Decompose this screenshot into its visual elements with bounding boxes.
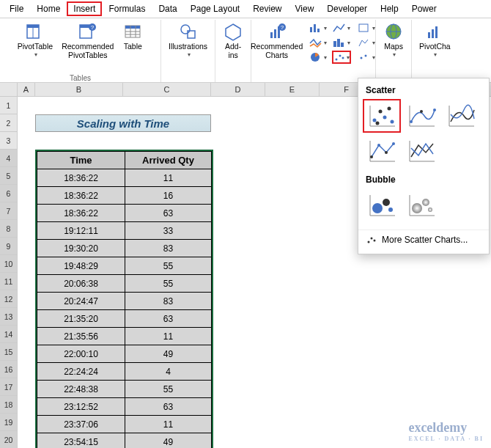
- scatter-smooth-option[interactable]: [442, 99, 480, 133]
- select-all-corner[interactable]: [0, 83, 18, 96]
- table-cell[interactable]: 83: [125, 240, 212, 257]
- bubble-3d-option[interactable]: [402, 188, 440, 222]
- menu-item-review[interactable]: Review: [246, 1, 288, 16]
- map-chart-icon[interactable]: ▾: [357, 21, 376, 34]
- menu-item-help[interactable]: Help: [374, 1, 405, 16]
- addins-button[interactable]: Add- ins: [220, 20, 246, 61]
- scatter-only-option[interactable]: [363, 99, 401, 133]
- row-header-12[interactable]: 12: [0, 290, 18, 308]
- combo-chart-icon[interactable]: ▾: [357, 51, 376, 64]
- col-header-C[interactable]: C: [123, 83, 211, 96]
- table-cell[interactable]: 55: [125, 275, 212, 293]
- svg-rect-17: [274, 29, 276, 38]
- col-header-A[interactable]: A: [18, 83, 35, 96]
- row-header-5[interactable]: 5: [0, 167, 18, 185]
- menu-item-insert[interactable]: Insert: [67, 1, 102, 16]
- row-header-13[interactable]: 13: [0, 308, 18, 326]
- table-cell[interactable]: 49: [125, 433, 212, 449]
- table-cell[interactable]: 22:48:38: [37, 381, 125, 398]
- line2-chart-icon[interactable]: ▾: [309, 36, 328, 49]
- menu-item-file[interactable]: File: [3, 1, 30, 16]
- table-cell[interactable]: 18:36:22: [37, 169, 125, 187]
- menu-item-home[interactable]: Home: [30, 1, 67, 16]
- table-cell[interactable]: 83: [125, 293, 212, 310]
- scatter-smooth-lines-option[interactable]: [402, 99, 440, 133]
- table-row: 23:12:5263: [37, 398, 212, 416]
- row-header-17[interactable]: 17: [0, 378, 18, 396]
- table-cell[interactable]: 49: [125, 345, 212, 363]
- recommended-charts-button[interactable]: ? Recommended Charts: [248, 20, 306, 65]
- row-header-19[interactable]: 19: [0, 414, 18, 431]
- table-cell[interactable]: 23:12:52: [37, 398, 125, 416]
- table-cell[interactable]: 19:12:11: [37, 222, 125, 240]
- pivotchart-button[interactable]: PivotCha ▾: [416, 20, 454, 59]
- table-cell[interactable]: 11: [125, 328, 212, 345]
- row-header-9[interactable]: 9: [0, 238, 18, 255]
- col-header-B[interactable]: B: [35, 83, 123, 96]
- bubble-option[interactable]: [363, 188, 401, 222]
- row-header-8[interactable]: 8: [0, 220, 18, 238]
- area-chart-icon[interactable]: ▾: [332, 36, 351, 49]
- more-scatter-charts[interactable]: More Scatter Charts...: [358, 229, 489, 249]
- table-cell[interactable]: 23:54:15: [37, 433, 125, 449]
- row-header-3[interactable]: 3: [0, 132, 18, 150]
- scatter-straight-option[interactable]: [402, 134, 440, 168]
- recommended-pivottables-button[interactable]: ? Recommended PivotTables: [59, 20, 117, 61]
- table-row: 22:00:1049: [37, 345, 212, 363]
- row-header-18[interactable]: 18: [0, 396, 18, 414]
- svg-point-73: [368, 241, 370, 243]
- menu-item-view[interactable]: View: [289, 1, 321, 16]
- menu-item-data[interactable]: Data: [152, 1, 183, 16]
- treemap-chart-icon[interactable]: ▾: [357, 36, 376, 49]
- line-chart-icon[interactable]: ▾: [332, 21, 351, 34]
- menu-item-power[interactable]: Power: [405, 1, 443, 16]
- row-header-20[interactable]: 20: [0, 431, 18, 448]
- scatter-straight-markers-option[interactable]: [363, 134, 401, 168]
- table-row: 20:06:3855: [37, 275, 212, 293]
- table-cell[interactable]: 11: [125, 416, 212, 433]
- row-header-10[interactable]: 10: [0, 255, 18, 273]
- table-cell[interactable]: 21:35:20: [37, 310, 125, 328]
- row-header-14[interactable]: 14: [0, 326, 18, 343]
- table-cell[interactable]: 22:00:10: [37, 345, 125, 363]
- menu-item-formulas[interactable]: Formulas: [102, 1, 152, 16]
- table-cell[interactable]: 20:06:38: [37, 275, 125, 293]
- table-cell[interactable]: 16: [125, 187, 212, 205]
- row-header-4[interactable]: 4: [0, 150, 18, 167]
- table-cell[interactable]: 18:36:22: [37, 187, 125, 205]
- maps-button[interactable]: Maps ▾: [380, 20, 407, 59]
- pie-chart-icon[interactable]: ▾: [309, 51, 328, 64]
- scatter-chart-icon[interactable]: ▾: [332, 51, 351, 64]
- table-cell[interactable]: 55: [125, 381, 212, 398]
- col-header-D[interactable]: D: [211, 83, 265, 96]
- title-cell: Scaling with Time: [35, 114, 211, 132]
- table-cell[interactable]: 55: [125, 257, 212, 275]
- row-header-11[interactable]: 11: [0, 273, 18, 290]
- table-cell[interactable]: 23:37:06: [37, 416, 125, 433]
- table-cell[interactable]: 4: [125, 363, 212, 381]
- table-cell[interactable]: 63: [125, 398, 212, 416]
- column-chart-icon[interactable]: ▾: [309, 21, 328, 34]
- menu-item-page layout[interactable]: Page Layout: [184, 1, 246, 16]
- table-cell[interactable]: 63: [125, 205, 212, 222]
- table-cell[interactable]: 22:24:24: [37, 363, 125, 381]
- table-cell[interactable]: 20:24:47: [37, 293, 125, 310]
- row-header-6[interactable]: 6: [0, 185, 18, 202]
- row-header-2[interactable]: 2: [0, 114, 18, 132]
- illustrations-button[interactable]: Illustrations ▾: [166, 20, 210, 59]
- table-cell[interactable]: 19:48:29: [37, 257, 125, 275]
- pivottable-button[interactable]: PivotTable ▾: [15, 20, 56, 61]
- table-cell[interactable]: 18:36:22: [37, 205, 125, 222]
- row-header-15[interactable]: 15: [0, 343, 18, 361]
- row-header-7[interactable]: 7: [0, 202, 18, 220]
- row-header-1[interactable]: 1: [0, 97, 18, 114]
- menu-item-developer[interactable]: Developer: [320, 1, 374, 16]
- table-cell[interactable]: 11: [125, 169, 212, 187]
- table-cell[interactable]: 33: [125, 222, 212, 240]
- table-cell[interactable]: 63: [125, 310, 212, 328]
- row-header-16[interactable]: 16: [0, 361, 18, 378]
- table-cell[interactable]: 21:35:56: [37, 328, 125, 345]
- table-cell[interactable]: 19:30:20: [37, 240, 125, 257]
- col-header-E[interactable]: E: [265, 83, 320, 96]
- table-button[interactable]: Table: [119, 20, 146, 61]
